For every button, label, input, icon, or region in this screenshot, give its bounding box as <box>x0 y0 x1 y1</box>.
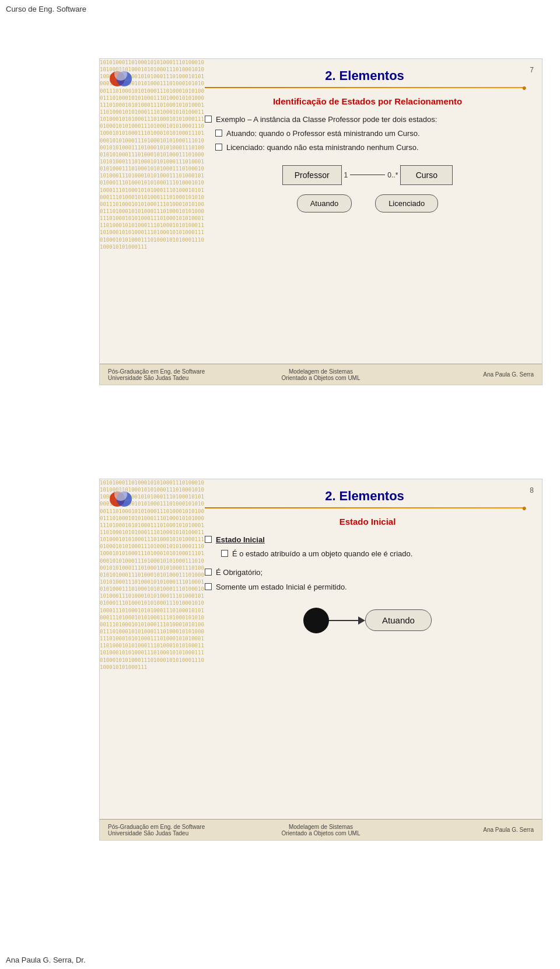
slide2-subtitle: Estado Inicial <box>205 517 530 527</box>
slide1-bullet-text-2: Licenciado: quando não esta ministrando … <box>226 142 419 153</box>
slide-2: 1010100011010001010100011101000101010001… <box>99 479 542 841</box>
uml-row: Professor 1 0..* Curso <box>282 165 453 185</box>
slide1-bullet-0: Exemplo – A instância da Classe Professo… <box>205 114 530 125</box>
arrow-line <box>329 616 365 625</box>
slide2-footer-center1: Modelagem de Sistemas <box>250 824 391 830</box>
slide1-orange-line <box>205 87 524 88</box>
slide2-content: 2. Elementos Estado Inicial Estado Inici… <box>199 479 542 643</box>
slide2-bullet-main-text: Estado Inicial <box>216 535 265 545</box>
multiplicity-right: 0..* <box>387 171 398 179</box>
svg-point-2 <box>114 68 127 81</box>
slide1-footer-left1: Pós-Graduação em Eng. de Software <box>108 368 250 375</box>
svg-point-5 <box>114 488 127 501</box>
checkbox-icon-1 <box>215 130 222 137</box>
header-title: Curso de Eng. Software <box>6 5 86 13</box>
checkbox-icon-s2-2 <box>205 583 212 590</box>
slide1-bullet-text-0: Exemplo – A instância da Classe Professo… <box>216 114 437 125</box>
slide2-footer-center2: Orientado a Objetos com UML <box>250 830 391 836</box>
slide1-bullet-1: Atuando: quando o Professor está ministr… <box>215 128 530 139</box>
slide1-footer: Pós-Graduação em Eng. de Software Univer… <box>100 364 542 385</box>
state-licenciado: Licenciado <box>375 194 438 212</box>
slide2-orange-line <box>205 507 524 508</box>
checkbox-icon-s2-1 <box>205 569 212 576</box>
slide2-bullet2-0-text: É Obrigatório; <box>216 567 262 578</box>
slide2-diagram: Atuando <box>205 608 530 633</box>
uml-connection: 1 0..* <box>342 171 401 179</box>
binary-text-1: 1010100011010001010100011101000101010001… <box>100 59 205 385</box>
slide1-footer-center: Modelagem de Sistemas Orientado a Objeto… <box>250 368 391 381</box>
initial-state-circle <box>303 608 329 633</box>
slide2-bullet-main: Estado Inicial <box>205 535 530 545</box>
slide1-footer-center2: Orientado a Objetos com UML <box>250 375 391 381</box>
slide2-footer-left: Pós-Graduação em Eng. de Software Univer… <box>108 824 250 836</box>
slide2-footer-left2: Universidade São Judas Tadeu <box>108 830 250 836</box>
slide1-footer-center1: Modelagem de Sistemas <box>250 368 391 375</box>
slide2-footer-right: Ana Paula G. Serra <box>392 827 534 833</box>
states-row: Atuando Licenciado <box>297 194 439 212</box>
page-footer: Ana Paula G. Serra, Dr. <box>6 956 86 964</box>
slide2-title: 2. Elementos <box>205 489 524 504</box>
slide2-bullet-sub: É o estado atribuído a um objeto quando … <box>221 549 530 559</box>
checkbox-icon-s2-0 <box>205 536 212 543</box>
slide2-bullet2-0: É Obrigatório; <box>205 567 530 578</box>
checkbox-icon-s2-sub <box>221 550 228 557</box>
slide2-footer-left1: Pós-Graduação em Eng. de Software <box>108 824 250 830</box>
slide2-footer: Pós-Graduação em Eng. de Software Univer… <box>100 819 542 840</box>
slide2-bullet-sub-text: É o estado atribuído a um objeto quando … <box>232 549 412 559</box>
arrow-head-icon <box>358 616 365 625</box>
uml-box-curso: Curso <box>400 165 453 185</box>
slide1-title: 2. Elementos <box>205 68 524 83</box>
state-atuando: Atuando <box>297 194 352 212</box>
checkbox-icon-2 <box>215 144 222 151</box>
uml-line-body <box>350 175 385 176</box>
slide2-bullet2-1-text: Somente um estado Inicial é permitido. <box>216 582 347 592</box>
slide1-content: 2. Elementos Identificação de Estados po… <box>199 59 542 222</box>
slide2-footer-center: Modelagem de Sistemas Orientado a Objeto… <box>250 824 391 836</box>
slide2-bullet2-1: Somente um estado Inicial é permitido. <box>205 582 530 592</box>
slide-1: 1010100011010001010100011101000101010001… <box>99 58 542 385</box>
slide1-footer-left: Pós-Graduação em Eng. de Software Univer… <box>108 368 250 381</box>
logo-1 <box>108 67 134 95</box>
uml-box-professor: Professor <box>282 165 342 185</box>
slide1-bullet-2: Licenciado: quando não esta ministrando … <box>215 142 530 153</box>
checkbox-icon-0 <box>205 116 212 123</box>
logo-2 <box>108 487 134 515</box>
multiplicity-left: 1 <box>344 171 348 179</box>
page-header: Curso de Eng. Software <box>6 5 86 13</box>
footer-author: Ana Paula G. Serra, Dr. <box>6 956 86 964</box>
slide1-diagram: Professor 1 0..* Curso Atuando Licenciad… <box>205 165 530 212</box>
slide1-subtitle: Identificação de Estados por Relacioname… <box>205 96 530 106</box>
slide1-footer-right: Ana Paula G. Serra <box>392 371 534 378</box>
arrow-body <box>329 620 358 621</box>
state-box2-atuando: Atuando <box>365 609 432 631</box>
binary-text-2: 1010100011010001010100011101000101010001… <box>100 479 205 840</box>
slide1-bullet-text-1: Atuando: quando o Professor está ministr… <box>226 128 420 139</box>
slide1-footer-left2: Universidade São Judas Tadeu <box>108 375 250 381</box>
